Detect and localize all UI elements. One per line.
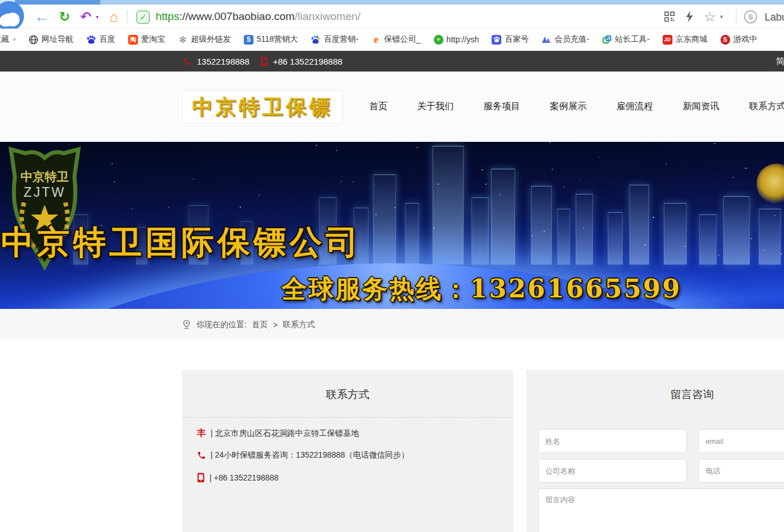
taobao-icon: 淘 — [128, 34, 138, 45]
account-logo-icon[interactable]: S — [744, 10, 757, 23]
address-bar[interactable]: https://www.007baobiao.com/lianxiwomen/ — [156, 10, 361, 23]
bookmark-member-recharge[interactable]: 会员充值- — [541, 34, 589, 45]
toolbar-divider — [127, 10, 128, 23]
site-header: 中京特卫保镖 首页 关于我们 服务项目 案例展示 雇佣流程 新闻资讯 联系方式 — [0, 72, 784, 142]
bookmark-baijiahao[interactable]: 百家号 — [492, 34, 529, 45]
bookmark-aitaobao[interactable]: 淘 爱淘宝 — [128, 34, 165, 45]
phone-icon — [197, 451, 206, 460]
mobile-icon — [197, 473, 205, 483]
browser-window: ← ↻ ↶ ▾ ⌂ ✓ https://www.007baobiao.com/l… — [0, 0, 784, 532]
email-input[interactable] — [698, 429, 784, 453]
contact-panel-title: 联系方式 — [182, 370, 513, 402]
language-switch[interactable]: 简体 — [776, 51, 784, 72]
url-host: ://www.007baobiao.com — [179, 10, 295, 22]
contact-address-row: 丰 | 北京市房山区石花洞路中京特工保镖基地 — [197, 427, 359, 439]
breadcrumb-prefix: 你现在的位置: — [196, 320, 247, 330]
banner-stars — [0, 142, 1, 143]
main-content: 联系方式 丰 | 北京市房山区石花洞路中京特工保镖基地 | 24小时保镖服务咨询… — [0, 340, 784, 532]
nav-hiring-process[interactable]: 雇佣流程 — [616, 101, 653, 113]
spiderweb-icon: ✻ — [178, 34, 188, 45]
banner-building — [472, 197, 489, 265]
undo-dropdown-icon[interactable]: ▾ — [93, 5, 101, 29]
bookmark-superlink[interactable]: ✻ 超级外链发 — [178, 34, 231, 45]
browser-e-icon: e — [371, 34, 381, 45]
contact-mobile-text: | +86 13522198888 — [209, 473, 279, 482]
contact-info-panel: 联系方式 丰 | 北京市房山区石花洞路中京特工保镖基地 | 24小时保镖服务咨询… — [182, 370, 513, 532]
back-icon[interactable]: ← — [31, 5, 52, 29]
refresh-icon[interactable]: ↻ — [54, 5, 75, 29]
breadcrumb-home-link[interactable]: 首页 — [252, 320, 268, 330]
url-path: /lianxiwomen/ — [295, 10, 361, 22]
security-shield-icon[interactable]: ✓ — [136, 10, 150, 24]
mountain-m-icon — [541, 34, 552, 45]
5118-icon: 5 — [244, 34, 254, 45]
banner-building — [664, 203, 687, 265]
lightning-icon[interactable] — [684, 5, 695, 29]
location-pin-icon — [182, 320, 191, 329]
bookmark-favorites[interactable]: 收藏▾ — [0, 34, 16, 45]
svg-text:ZJTW: ZJTW — [23, 185, 65, 200]
bookmark-jd[interactable]: JD 京东商城 — [662, 34, 707, 45]
company-input[interactable] — [538, 459, 687, 483]
bookmark-site-nav[interactable]: 网址导航 — [29, 34, 74, 45]
contact-mobile-row: | +86 13522198888 — [197, 473, 279, 483]
bookmark-baidu-marketing[interactable]: 百度营销- — [311, 34, 359, 45]
qr-code-icon[interactable] — [664, 5, 675, 29]
nav-home[interactable]: 首页 — [369, 101, 387, 113]
chevron-down-icon: ▾ — [13, 37, 16, 42]
home-icon[interactable]: ⌂ — [104, 5, 124, 29]
svg-text:中京特卫: 中京特卫 — [21, 170, 69, 183]
breadcrumb-separator: > — [273, 320, 278, 329]
browser-tab-strip[interactable] — [0, 0, 784, 5]
banner-building — [557, 209, 570, 265]
profile-name[interactable]: Labu — [765, 11, 784, 23]
banner-building — [759, 209, 781, 265]
contact-address-text: | 北京市房山区石花洞路中京特工保镖基地 — [211, 428, 359, 439]
bookmark-bodyguard-company[interactable]: e 保镖公司_ — [371, 34, 421, 45]
toolbar-divider-2 — [736, 9, 737, 24]
contact-hotline-text: | 24小时保镖服务咨询：13522198888（电话微信同步） — [211, 450, 409, 460]
banner-building — [723, 196, 750, 265]
nav-news[interactable]: 新闻资讯 — [683, 101, 719, 113]
topbar-phone[interactable]: 13522198888 — [183, 51, 250, 72]
browser-toolbar: ← ↻ ↶ ▾ ⌂ ✓ https://www.007baobiao.com/l… — [0, 5, 784, 29]
breadcrumb-bar: 你现在的位置: 首页 > 联系方式 — [0, 309, 784, 340]
address-icon: 丰 — [197, 427, 206, 439]
bookmark-webmaster-tools[interactable]: 站长工具- — [602, 34, 650, 45]
bookmark-ysh[interactable]: + http://ysh — [433, 34, 479, 45]
nav-contact[interactable]: 联系方式 — [749, 101, 784, 113]
banner-building — [699, 215, 716, 265]
url-scheme: https — [156, 10, 179, 22]
topbar-intl-phone[interactable]: +86 13522198888 — [260, 51, 342, 72]
favorite-star-icon[interactable]: ☆ — [704, 5, 716, 29]
undo-icon[interactable]: ↶ — [77, 5, 94, 29]
nav-about[interactable]: 关于我们 — [417, 101, 454, 113]
banner-building — [531, 186, 552, 265]
jd-icon: JD — [662, 34, 672, 45]
banner-building — [491, 169, 515, 265]
game-s-icon: S — [720, 34, 730, 45]
main-nav: 首页 关于我们 服务项目 案例展示 雇佣流程 新闻资讯 联系方式 — [369, 72, 784, 142]
baidu-paw-icon — [86, 34, 97, 45]
bookmark-baidu[interactable]: 百度 — [86, 34, 116, 45]
name-input[interactable] — [538, 429, 687, 453]
nav-services[interactable]: 服务项目 — [484, 101, 520, 113]
banner-title: 中京特卫国际保镖公司 — [1, 221, 362, 265]
bookmark-5118[interactable]: 5 5118营销大 — [244, 34, 298, 45]
phone-input[interactable] — [698, 459, 784, 483]
site-logo[interactable]: 中京特卫保镖 — [182, 90, 343, 124]
banner-hotline: 全球服务热线：13261665599 — [282, 272, 682, 306]
linked-squares-icon — [602, 34, 612, 45]
site-topbar: 13522198888 +86 13522198888 简体 — [0, 51, 784, 72]
nav-cases[interactable]: 案例展示 — [550, 101, 587, 113]
bookmark-game[interactable]: S 游戏中 — [720, 34, 757, 45]
banner-building — [608, 212, 623, 265]
favorites-dropdown-icon[interactable]: ▾ — [720, 5, 723, 29]
banner-building — [433, 146, 464, 265]
breadcrumb: 你现在的位置: 首页 > 联系方式 — [182, 309, 315, 340]
site-logo-text: 中京特卫保镖 — [192, 93, 333, 121]
browser-logo-icon[interactable] — [0, 1, 24, 31]
message-textarea[interactable] — [538, 489, 784, 532]
banner-building — [629, 185, 649, 265]
form-panel-title: 留言咨询 — [526, 370, 784, 402]
